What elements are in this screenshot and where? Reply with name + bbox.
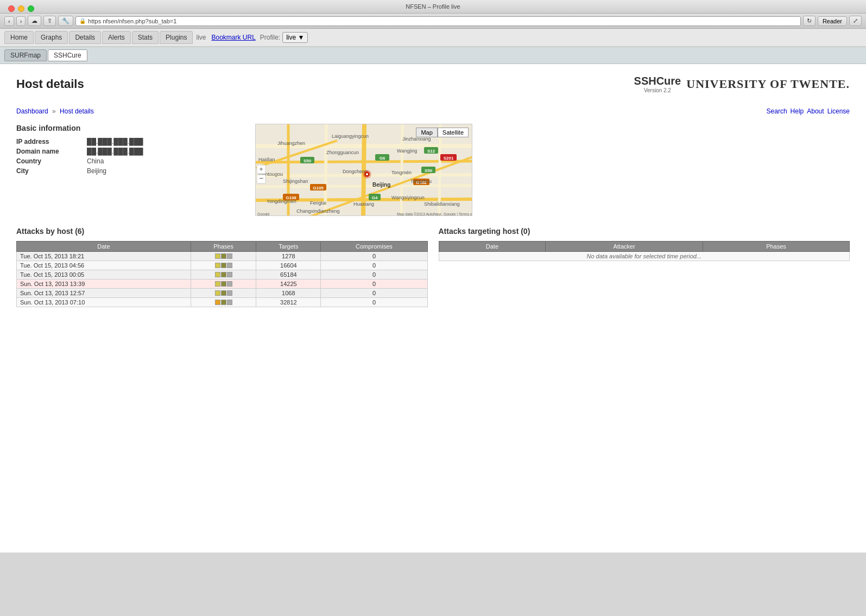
map-controls: Map Satellite bbox=[416, 128, 469, 137]
row-targets: 1068 bbox=[256, 289, 321, 298]
nav-stats[interactable]: Stats bbox=[132, 31, 159, 44]
row-date: Tue. Oct 15, 2013 18:21 bbox=[17, 252, 191, 261]
targeting-col-attacker: Attacker bbox=[546, 242, 703, 252]
browser-toolbar: ‹ › ☁ ⇧ 🔧 🔒 https nfsen/nfsen.php?sub_ta… bbox=[0, 14, 866, 29]
map-container[interactable]: S50 G6 S12 S50 S201 G105 G108 bbox=[255, 124, 472, 216]
content-area: Basic information IP address ██.███.███.… bbox=[16, 124, 850, 216]
svg-text:S50: S50 bbox=[304, 158, 312, 163]
table-row[interactable]: Sun. Oct 13, 2013 13:39142250 bbox=[17, 280, 428, 289]
top-links: Search Help About License bbox=[767, 107, 850, 115]
satellite-button[interactable]: Satellite bbox=[438, 128, 469, 137]
svg-text:Jihuangzhen: Jihuangzhen bbox=[277, 141, 305, 146]
table-row[interactable]: Tue. Oct 15, 2013 18:2112780 bbox=[17, 252, 428, 261]
tab-surfmap[interactable]: SURFmap bbox=[4, 49, 47, 61]
cloud-button[interactable]: ☁ bbox=[28, 16, 41, 26]
row-phases bbox=[191, 252, 256, 261]
about-link[interactable]: About bbox=[807, 107, 824, 115]
breadcrumb-current[interactable]: Host details bbox=[60, 107, 94, 115]
domain-label: Domain name bbox=[16, 148, 87, 155]
svg-text:G4: G4 bbox=[372, 195, 378, 200]
close-button[interactable] bbox=[8, 5, 15, 12]
search-link[interactable]: Search bbox=[767, 107, 787, 115]
svg-text:Tongmén: Tongmén bbox=[391, 170, 412, 175]
row-phases bbox=[191, 270, 256, 280]
tab-sshcure[interactable]: SSHCure bbox=[48, 49, 87, 61]
maximize-button[interactable] bbox=[28, 5, 34, 12]
ip-value: ██.███.███.███ bbox=[87, 138, 143, 145]
nav-bookmark-url[interactable]: Bookmark URL bbox=[209, 31, 257, 43]
help-link[interactable]: Help bbox=[791, 107, 804, 115]
tools-button[interactable]: 🔧 bbox=[58, 16, 73, 26]
url-text: https nfsen/nfsen.php?sub_tab=1 bbox=[88, 18, 176, 24]
row-phases bbox=[191, 280, 256, 289]
svg-text:Shijingshan: Shijingshan bbox=[283, 179, 308, 184]
back-button[interactable]: ‹ bbox=[4, 16, 14, 26]
info-row-domain: Domain name ██.███.███.███ bbox=[16, 148, 244, 155]
map-button[interactable]: Map bbox=[416, 128, 437, 137]
plugin-tab-bar: SURFmap SSHCure bbox=[0, 47, 866, 64]
sshcure-version: Version 2.2 bbox=[634, 87, 681, 93]
breadcrumb: Dashboard » Host details bbox=[16, 107, 94, 115]
nav-home[interactable]: Home bbox=[4, 31, 34, 44]
fullscreen-button[interactable]: ⤢ bbox=[849, 16, 862, 26]
table-row[interactable]: Tue. Oct 15, 2013 00:05651840 bbox=[17, 270, 428, 280]
svg-text:Huaxiang: Huaxiang bbox=[353, 201, 374, 207]
table-row[interactable]: Sun. Oct 13, 2013 12:5710680 bbox=[17, 289, 428, 298]
row-date: Sun. Oct 13, 2013 13:39 bbox=[17, 280, 191, 289]
row-date: Tue. Oct 15, 2013 00:05 bbox=[17, 270, 191, 280]
forward-button[interactable]: › bbox=[16, 16, 26, 26]
nav-graphs[interactable]: Graphs bbox=[35, 31, 68, 44]
svg-text:Changxindianzheng: Changxindianzheng bbox=[296, 208, 340, 214]
row-compromises: 0 bbox=[321, 289, 427, 298]
svg-text:Beijing: Beijing bbox=[372, 182, 390, 188]
svg-text:−: − bbox=[259, 174, 263, 182]
table-row[interactable]: Tue. Oct 15, 2013 04:56166040 bbox=[17, 261, 428, 270]
svg-text:S50: S50 bbox=[425, 168, 433, 173]
university-name: UNIVERSITY OF TWENTE. bbox=[686, 77, 850, 91]
breadcrumb-separator: » bbox=[52, 107, 56, 115]
reader-button[interactable]: Reader bbox=[818, 16, 847, 26]
row-date: Sun. Oct 13, 2013 12:57 bbox=[17, 289, 191, 298]
page-title: Host details bbox=[16, 77, 84, 91]
main-nav: Home Graphs Details Alerts Stats Plugins… bbox=[0, 29, 866, 47]
reload-button[interactable]: ↻ bbox=[803, 16, 816, 26]
city-label: City bbox=[16, 167, 87, 175]
svg-text:Laiguangyingcun: Laiguangyingcun bbox=[332, 134, 369, 139]
attacks-targeting-host-title: Attacks targeting host (0) bbox=[439, 227, 850, 236]
nav-details[interactable]: Details bbox=[69, 31, 101, 44]
svg-text:Shibalidianxiang: Shibalidianxiang bbox=[424, 201, 460, 207]
right-panel: S50 G6 S12 S50 S201 G105 G108 bbox=[255, 124, 850, 216]
nav-alerts[interactable]: Alerts bbox=[102, 31, 131, 44]
svg-text:Map data ©2013 AutoNavi, Googl: Map data ©2013 AutoNavi, Google | Terms … bbox=[397, 212, 472, 216]
address-bar[interactable]: 🔒 https nfsen/nfsen.php?sub_tab=1 bbox=[75, 16, 801, 26]
license-link[interactable]: License bbox=[827, 107, 850, 115]
sshcure-logo: SSHCure Version 2.2 UNIVERSITY OF TWENTE… bbox=[634, 75, 850, 93]
row-compromises: 0 bbox=[321, 280, 427, 289]
minimize-button[interactable] bbox=[18, 5, 24, 12]
share-button[interactable]: ⇧ bbox=[43, 16, 56, 26]
row-date: Tue. Oct 15, 2013 04:56 bbox=[17, 261, 191, 270]
breadcrumb-parent[interactable]: Dashboard bbox=[16, 107, 48, 115]
nav-plugins[interactable]: Plugins bbox=[160, 31, 193, 44]
col-targets: Targets bbox=[256, 242, 321, 252]
row-targets: 16604 bbox=[256, 261, 321, 270]
lock-icon: 🔒 bbox=[79, 18, 86, 24]
svg-point-51 bbox=[366, 173, 368, 175]
info-row-city: City Beijing bbox=[16, 167, 244, 175]
domain-value: ██.███.███.███ bbox=[87, 148, 143, 155]
row-targets: 32812 bbox=[256, 298, 321, 307]
nav-profile-label: Profile: bbox=[259, 31, 281, 43]
svg-text:Fengtai: Fengtai bbox=[310, 200, 326, 206]
targeting-col-date: Date bbox=[439, 242, 546, 252]
col-compromises: Compromises bbox=[321, 242, 427, 252]
row-phases bbox=[191, 261, 256, 270]
col-phases: Phases bbox=[191, 242, 256, 252]
svg-text:+: + bbox=[259, 166, 263, 173]
nav-profile-dropdown[interactable]: live ▼ bbox=[282, 32, 308, 43]
svg-text:G6: G6 bbox=[380, 156, 385, 161]
no-data-message: No data available for selected time peri… bbox=[439, 252, 850, 261]
svg-text:Wangsiyingcun: Wangsiyingcun bbox=[391, 195, 425, 200]
table-row[interactable]: Sun. Oct 13, 2013 07:10328120 bbox=[17, 298, 428, 307]
country-value: China bbox=[87, 157, 104, 165]
svg-text:S201: S201 bbox=[444, 156, 454, 161]
